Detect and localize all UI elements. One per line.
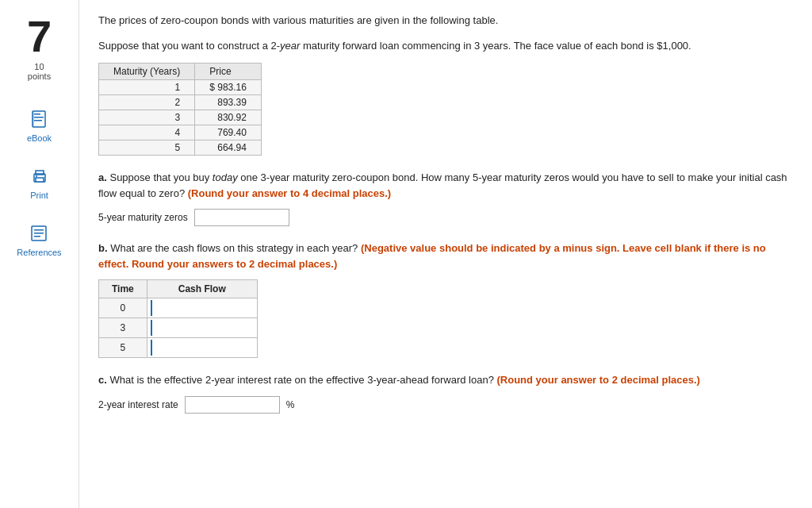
part-b-label: b. bbox=[98, 242, 110, 254]
maturity-header: Maturity (Years) bbox=[99, 64, 195, 80]
part-a-italic: today bbox=[213, 171, 238, 183]
maturity-price: $ 983.16 bbox=[195, 80, 262, 95]
cf-time: 5 bbox=[99, 338, 147, 358]
part-a-input[interactable] bbox=[194, 209, 289, 226]
cf-time: 0 bbox=[99, 298, 147, 318]
svg-rect-4 bbox=[33, 111, 34, 127]
part-c-text: What is the effective 2-year interest ra… bbox=[109, 374, 493, 386]
part-a-instruction: a. Suppose that you buy today one 3-year… bbox=[98, 170, 793, 201]
part-a-input-label: 5-year maturity zeros bbox=[98, 212, 188, 223]
maturity-price: 664.94 bbox=[195, 140, 262, 156]
maturity-price: 830.92 bbox=[195, 110, 262, 125]
svg-point-8 bbox=[36, 175, 37, 177]
part-c-label: c. bbox=[98, 374, 109, 386]
maturity-table: Maturity (Years) Price 1$ 983.162893.393… bbox=[98, 63, 262, 156]
part-b-text: What are the cash flows on this strategy… bbox=[110, 242, 358, 254]
part-c-section: c. What is the effective 2-year interest… bbox=[98, 372, 793, 414]
maturity-year: 4 bbox=[99, 125, 195, 140]
maturity-year: 2 bbox=[99, 95, 195, 110]
intro-line2: Suppose that you want to construct a 2-y… bbox=[98, 38, 793, 54]
cf-value-input[interactable] bbox=[151, 340, 254, 356]
part-a-input-row: 5-year maturity zeros bbox=[98, 209, 793, 226]
cf-time: 3 bbox=[99, 318, 147, 338]
points-label: 10 points bbox=[28, 62, 51, 81]
main-content: The prices of zero-coupon bonds with var… bbox=[79, 0, 812, 508]
part-c-instruction: c. What is the effective 2-year interest… bbox=[98, 372, 793, 388]
price-header: Price bbox=[195, 64, 262, 80]
cf-value-cell bbox=[147, 318, 257, 338]
references-label: References bbox=[17, 248, 61, 257]
question-number: 7 bbox=[27, 8, 52, 59]
book-icon bbox=[28, 108, 50, 130]
maturity-row: 3830.92 bbox=[99, 110, 262, 125]
svg-rect-11 bbox=[34, 233, 44, 234]
cf-value-input[interactable] bbox=[151, 320, 254, 336]
intro-prefix: Suppose that you want to construct a 2- bbox=[98, 40, 280, 52]
part-a-prefix: Suppose that you buy bbox=[109, 171, 212, 183]
svg-rect-1 bbox=[34, 114, 40, 115]
part-a-section: a. Suppose that you buy today one 3-year… bbox=[98, 170, 793, 226]
part-b-instruction: b. What are the cash flows on this strat… bbox=[98, 241, 793, 271]
svg-rect-7 bbox=[36, 178, 44, 182]
svg-rect-12 bbox=[34, 236, 40, 237]
sidebar-item-references[interactable]: References bbox=[17, 222, 61, 257]
part-a-orange: (Round your answer to 4 decimal places.) bbox=[188, 187, 391, 199]
cf-value-cell bbox=[147, 338, 257, 358]
maturity-row: 2893.39 bbox=[99, 95, 262, 110]
cf-value-cell bbox=[147, 298, 257, 318]
svg-rect-2 bbox=[34, 117, 44, 118]
print-label: Print bbox=[30, 190, 48, 200]
maturity-year: 5 bbox=[99, 140, 195, 156]
cf-value-input[interactable] bbox=[151, 300, 254, 316]
maturity-year: 1 bbox=[99, 80, 195, 95]
part-c-input-row: 2-year interest rate % bbox=[98, 396, 793, 414]
cash-flow-table: Time Cash Flow 035 bbox=[98, 279, 258, 358]
maturity-row: 4769.40 bbox=[99, 125, 262, 140]
svg-rect-6 bbox=[36, 171, 44, 175]
maturity-price: 769.40 bbox=[195, 125, 262, 140]
left-sidebar: 7 10 points eBook Print bbox=[0, 0, 79, 508]
part-c-input-label: 2-year interest rate bbox=[98, 399, 178, 410]
maturity-price: 893.39 bbox=[195, 95, 262, 110]
cashflow-row: 5 bbox=[99, 338, 258, 358]
sidebar-item-print[interactable]: Print bbox=[29, 165, 51, 200]
intro-line1: The prices of zero-coupon bonds with var… bbox=[98, 13, 793, 29]
cf-value-header: Cash Flow bbox=[147, 280, 257, 298]
maturity-row: 5664.94 bbox=[99, 140, 262, 156]
cashflow-row: 0 bbox=[99, 298, 258, 318]
cashflow-row: 3 bbox=[99, 318, 258, 338]
cf-time-header: Time bbox=[99, 280, 147, 298]
part-b-section: b. What are the cash flows on this strat… bbox=[98, 241, 793, 358]
maturity-row: 1$ 983.16 bbox=[99, 80, 262, 95]
part-c-orange: (Round your answer to 2 decimal places.) bbox=[497, 374, 700, 386]
ebook-label: eBook bbox=[27, 133, 52, 143]
svg-rect-10 bbox=[34, 229, 44, 231]
svg-rect-3 bbox=[34, 120, 42, 121]
part-a-label: a. bbox=[98, 171, 109, 183]
part-c-input[interactable] bbox=[185, 396, 280, 414]
print-icon bbox=[29, 165, 51, 187]
references-icon bbox=[28, 222, 50, 244]
intro-suffix: maturity forward loan commencing in 3 ye… bbox=[300, 40, 691, 52]
maturity-year: 3 bbox=[99, 110, 195, 125]
part-c-unit: % bbox=[286, 399, 295, 410]
sidebar-item-ebook[interactable]: eBook bbox=[27, 108, 52, 143]
intro-italic: year bbox=[280, 40, 300, 52]
